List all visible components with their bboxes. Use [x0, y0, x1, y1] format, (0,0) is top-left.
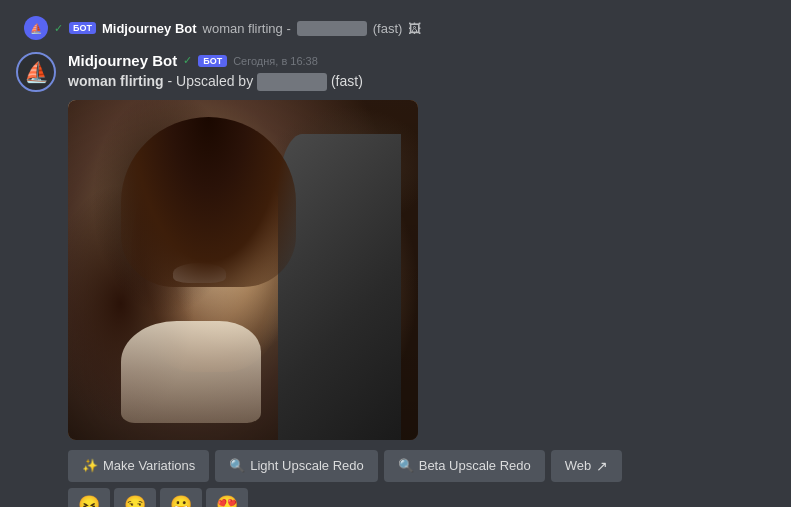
chat-container: ⛵ ✓ БОТ Midjourney Bot woman flirting - … — [0, 0, 791, 507]
make-variations-button[interactable]: ✨ Make Variations — [68, 450, 209, 482]
emoji-button-1[interactable]: 😖 — [68, 488, 110, 507]
mention-image-icon: 🖼 — [408, 21, 421, 36]
message-row: ⛵ Midjourney Bot ✓ БОТ Сегодня, в 16:38 … — [16, 52, 775, 507]
emoji-1: 😖 — [78, 495, 100, 507]
sailboat-icon: ⛵ — [24, 60, 49, 84]
bot-name: Midjourney Bot — [68, 52, 177, 69]
mention-blurred-user: ███████ — [297, 21, 367, 36]
beta-upscale-label: Beta Upscale Redo — [419, 458, 531, 473]
emoji-3: 😀 — [170, 495, 192, 507]
image-dress-layer — [121, 321, 261, 423]
make-variations-icon: ✨ — [82, 458, 98, 473]
upscaled-user: ███████ — [257, 73, 327, 91]
bot-avatar-small-icon: ⛵ — [30, 23, 42, 34]
web-button[interactable]: Web ↗ — [551, 450, 623, 482]
bot-badge: БОТ — [198, 55, 227, 67]
image-hair-layer — [121, 117, 296, 287]
light-upscale-label: Light Upscale Redo — [250, 458, 363, 473]
ai-image — [68, 100, 418, 440]
message-timestamp: Сегодня, в 16:38 — [233, 55, 318, 67]
web-icon: ↗ — [596, 458, 608, 474]
light-upscale-icon: 🔍 — [229, 458, 245, 473]
beta-upscale-icon: 🔍 — [398, 458, 414, 473]
mention-bot-name: Midjourney Bot — [102, 21, 197, 36]
message-header: Midjourney Bot ✓ БОТ Сегодня, в 16:38 — [68, 52, 775, 69]
message-text: woman flirting - Upscaled by ███████ (fa… — [68, 72, 775, 92]
emoji-button-3[interactable]: 😀 — [160, 488, 202, 507]
beta-upscale-redo-button[interactable]: 🔍 Beta Upscale Redo — [384, 450, 545, 482]
ai-image-container[interactable] — [68, 100, 418, 440]
checkmark-icon: ✓ — [183, 54, 192, 67]
checkmark-small: ✓ — [54, 22, 63, 35]
make-variations-label: Make Variations — [103, 458, 195, 473]
web-label: Web — [565, 458, 592, 473]
image-suit-layer — [278, 134, 401, 440]
light-upscale-redo-button[interactable]: 🔍 Light Upscale Redo — [215, 450, 377, 482]
prompt-text: woman flirting — [68, 73, 164, 89]
emoji-4: 😍 — [216, 495, 238, 507]
emoji-2: 😒 — [124, 495, 146, 507]
mention-title: woman flirting - — [203, 21, 291, 36]
buttons-row: ✨ Make Variations 🔍 Light Upscale Redo 🔍… — [68, 450, 775, 482]
mention-speed: (fast) — [373, 21, 403, 36]
bot-badge-small: БОТ — [69, 22, 96, 34]
bot-avatar-small: ⛵ — [24, 16, 48, 40]
emoji-button-4[interactable]: 😍 — [206, 488, 248, 507]
emoji-button-2[interactable]: 😒 — [114, 488, 156, 507]
emoji-row: 😖 😒 😀 😍 — [68, 488, 775, 507]
mention-bar: ⛵ ✓ БОТ Midjourney Bot woman flirting - … — [16, 12, 775, 44]
fast-label: (fast) — [331, 73, 363, 89]
upscaled-label: - Upscaled by — [168, 73, 254, 89]
bot-avatar: ⛵ — [16, 52, 56, 92]
message-content: Midjourney Bot ✓ БОТ Сегодня, в 16:38 wo… — [68, 52, 775, 507]
